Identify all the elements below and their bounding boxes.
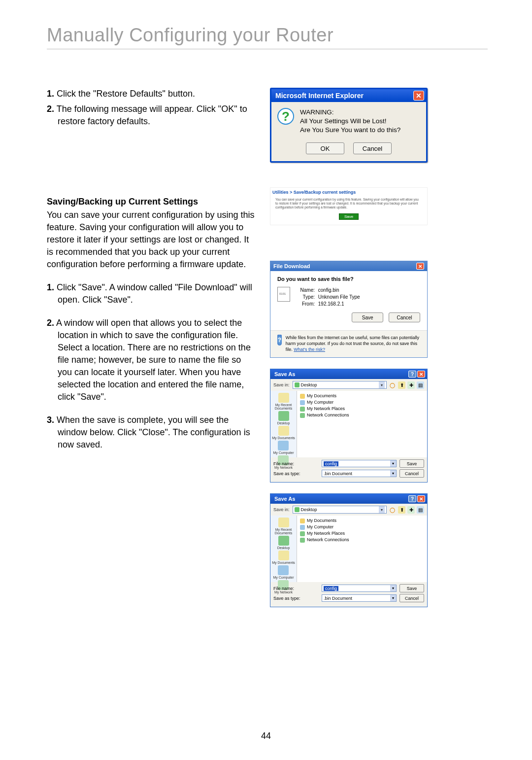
back-icon[interactable]: ◯: [389, 506, 396, 514]
list-item[interactable]: Network Connections: [300, 537, 424, 543]
page-title: Manually Configuring your Router: [47, 25, 488, 46]
subhead-save: Saving/Backing up Current Settings: [47, 197, 256, 207]
places-bar: My Recent Documents Desktop My Documents…: [270, 516, 297, 582]
whats-the-risk-link[interactable]: What's the risk?: [294, 347, 325, 352]
place-computer[interactable]: My Computer: [273, 565, 294, 579]
place-computer[interactable]: My Computer: [273, 441, 294, 454]
save-step-3: 3. When the save is complete, you will s…: [47, 414, 256, 451]
dialog-title: Microsoft Internet Explorer: [275, 92, 413, 100]
save-in-label: Save in:: [273, 507, 290, 512]
breadcrumb: Utilities > Save/Backup current settings: [272, 190, 425, 195]
save-button[interactable]: Save: [352, 312, 383, 322]
router-save-button[interactable]: Save: [339, 213, 359, 220]
shield-icon: ?: [277, 335, 282, 345]
list-item[interactable]: My Documents: [300, 518, 424, 524]
close-icon[interactable]: ✕: [413, 91, 424, 101]
new-folder-icon[interactable]: ✚: [407, 506, 415, 514]
chevron-down-icon[interactable]: ▾: [379, 381, 385, 388]
download-question: Do you want to save this file?: [277, 276, 420, 282]
chevron-down-icon[interactable]: ▾: [379, 506, 385, 513]
place-documents[interactable]: My Documents: [272, 551, 295, 564]
ok-button[interactable]: OK: [306, 142, 344, 154]
views-icon[interactable]: ▤: [417, 506, 424, 514]
save-as-dialog-2: Save As ? ✕ Save in: Desktop ▾ ◯ ⬆ ✚ ▤ M…: [270, 493, 428, 607]
file-download-dialog: File Download ✕ Do you want to save this…: [270, 261, 428, 358]
panel-description: You can save your current configuration …: [272, 198, 425, 209]
list-item[interactable]: My Documents: [300, 393, 424, 399]
save-button[interactable]: Save: [399, 459, 424, 468]
list-item[interactable]: My Network Places: [300, 530, 424, 537]
list-item[interactable]: My Computer: [300, 524, 424, 530]
list-item[interactable]: My Network Places: [300, 406, 424, 412]
close-icon[interactable]: ✕: [416, 263, 424, 270]
help-icon[interactable]: ?: [408, 495, 416, 502]
saveastype-combo[interactable]: .bin Document▾: [322, 594, 397, 602]
cancel-button[interactable]: Cancel: [399, 469, 424, 478]
place-documents[interactable]: My Documents: [272, 426, 295, 440]
save-as-dialog: Save As ? ✕ Save in: Desktop ▾ ◯ ⬆ ✚ ▤ M…: [270, 369, 428, 483]
page-number: 44: [0, 731, 532, 741]
save-step-2: 2. A window will open that allows you to…: [47, 317, 256, 403]
filename-label: File name:: [273, 461, 319, 466]
saveastype-label: Save as type:: [273, 471, 319, 476]
file-metadata: Name: config.bin Type: Unknown File Type…: [296, 287, 360, 308]
save-button[interactable]: Save: [399, 584, 424, 592]
close-icon[interactable]: ✕: [417, 371, 425, 378]
saveastype-combo[interactable]: .bin Document▾: [322, 470, 397, 477]
new-folder-icon[interactable]: ✚: [407, 381, 415, 389]
desktop-icon: [295, 507, 299, 512]
place-recent[interactable]: My Recent Documents: [270, 518, 297, 535]
cancel-button[interactable]: Cancel: [353, 142, 392, 154]
help-icon[interactable]: ?: [408, 371, 416, 378]
file-listing[interactable]: My Documents My Computer My Network Plac…: [297, 391, 427, 457]
folder-up-icon[interactable]: ⬆: [398, 381, 405, 389]
place-recent[interactable]: My Recent Documents: [270, 393, 297, 410]
cancel-button[interactable]: Cancel: [399, 594, 424, 602]
ie-warning-dialog: Microsoft Internet Explorer ✕ ? WARNING:…: [270, 88, 428, 163]
filename-input[interactable]: config▾: [322, 460, 397, 467]
step-1: 1. Click the "Restore Defaults" button.: [47, 88, 256, 100]
filename-input[interactable]: config▾: [322, 585, 397, 592]
save-in-combo[interactable]: Desktop ▾: [293, 506, 387, 514]
save-in-label: Save in:: [273, 382, 290, 387]
router-save-panel: Utilities > Save/Backup current settings…: [270, 187, 428, 225]
desktop-icon: [295, 382, 299, 387]
question-icon: ?: [277, 108, 294, 125]
dialog-title: File Download: [273, 263, 416, 269]
place-desktop[interactable]: Desktop: [277, 411, 290, 425]
folder-up-icon[interactable]: ⬆: [398, 506, 405, 514]
cancel-button[interactable]: Cancel: [389, 312, 420, 322]
places-bar: My Recent Documents Desktop My Documents…: [270, 391, 297, 457]
step-2: 2. The following message will appear. Cl…: [47, 103, 256, 128]
list-item[interactable]: My Computer: [300, 399, 424, 406]
saveastype-label: Save as type:: [273, 596, 319, 601]
filename-label: File name:: [273, 586, 319, 591]
title-rule: [47, 49, 488, 49]
views-icon[interactable]: ▤: [417, 381, 424, 389]
save-step-1: 1. Click "Save". A window called "File D…: [47, 281, 256, 306]
dialog-message: WARNING: All Your Settings Will be Lost!…: [300, 108, 400, 135]
list-item[interactable]: Network Connections: [300, 412, 424, 418]
dialog-title: Save As: [274, 496, 408, 502]
dialog-titlebar: Microsoft Internet Explorer ✕: [271, 89, 426, 102]
dialog-title: Save As: [274, 371, 408, 377]
para-save: You can save your current configuration …: [47, 209, 256, 271]
file-icon: [277, 287, 290, 302]
back-icon[interactable]: ◯: [389, 381, 396, 389]
dialog-titlebar: File Download ✕: [270, 261, 427, 271]
close-icon[interactable]: ✕: [417, 495, 425, 502]
save-in-combo[interactable]: Desktop ▾: [293, 381, 387, 389]
file-listing[interactable]: My Documents My Computer My Network Plac…: [297, 516, 427, 582]
place-desktop[interactable]: Desktop: [277, 536, 290, 550]
download-warning: While files from the Internet can be use…: [286, 335, 420, 352]
